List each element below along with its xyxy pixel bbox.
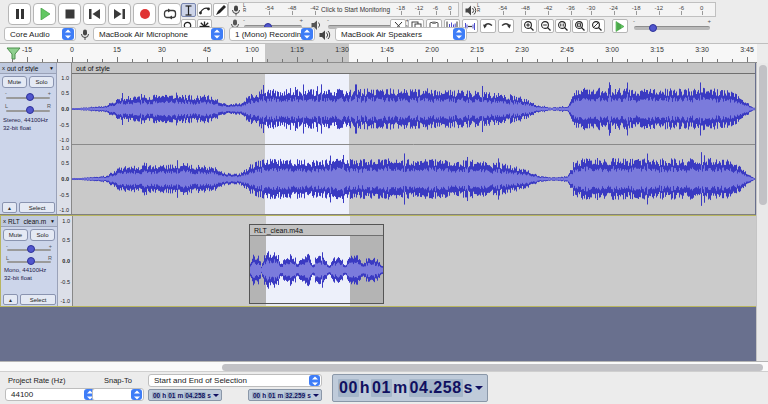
project-rate-dropdown[interactable]: 44100 [5,388,97,401]
recording-meter[interactable]: LR -54-48-42-18-12-60Click to Start Moni… [228,2,459,17]
track-2-solo-button[interactable]: Solo [30,229,55,241]
selection-start-field[interactable]: 00h 01m 04.258s [148,389,222,401]
audio-clip[interactable]: RLT_clean.m4a [249,224,384,304]
envelope-tool-button[interactable] [197,3,212,17]
zoom-out-button[interactable] [538,19,554,33]
ruler-label: -0.5 [60,122,69,128]
ruler-label: -1.0 [60,137,69,143]
stop-button[interactable] [58,3,81,25]
undo-button[interactable] [480,19,496,33]
zoom-selection-button[interactable] [555,19,571,33]
pan-thumb[interactable] [27,257,35,265]
track-1-wave-area[interactable]: out of style [72,63,755,214]
track-1-title-bar[interactable]: x out of style ▼ [0,63,56,74]
track-2-waveform[interactable] [73,216,756,306]
recording-channels-value: 1 (Mono) Recording... [230,30,301,39]
track-1-pan-slider[interactable]: LR [4,103,52,115]
zoom-in-button[interactable] [521,19,537,33]
track-1-mute-button[interactable]: Mute [2,76,27,88]
horizontal-scrollbar-thumb[interactable] [222,364,763,371]
playback-meter-scale: -54-48-42-36-30-24-18-12-60 [487,3,713,16]
field-caret-icon [213,394,219,397]
playback-meter[interactable]: LR -54-48-42-36-30-24-18-12-60 [462,2,716,17]
track-menu-icon[interactable]: ▼ [49,65,54,71]
skip-to-end-button[interactable] [108,3,131,25]
recording-device-dropdown[interactable]: MacBook Air Microphone [93,27,225,41]
track-2-wave-area[interactable]: RLT_clean.m4a [73,216,756,306]
selection-end-field[interactable]: 00h 01m 32.259s [248,389,322,401]
track-2-vertical-ruler[interactable]: 1.00.50.0-0.5-1.0 [58,216,73,306]
zoom-out-icon [540,20,552,32]
slider-min-mark: - [327,17,329,23]
timeline-label: 3:00 [605,46,619,53]
pause-button[interactable] [8,3,31,25]
snap-to-dropdown[interactable] [92,388,144,401]
play-speed-thumb[interactable] [649,24,657,32]
close-icon[interactable]: x [3,218,6,224]
ruler-label: -0.5 [60,192,69,198]
monitoring-hint-text[interactable]: Click to Start Monitoring [321,6,390,13]
track-2-header[interactable]: x RLT_clean.m ▼ Mute Solo -+ LR Mono [1,216,58,306]
track-1-select-button[interactable]: Select [19,202,55,213]
track-1-header[interactable]: x out of style ▼ Mute Solo -+ LR Ste [0,63,57,214]
timeline-label: 1:00 [245,46,259,53]
horizontal-scrollbar[interactable] [0,361,768,372]
pause-icon [14,8,26,20]
track-1-waveform[interactable] [72,74,755,214]
audio-host-dropdown[interactable]: Core Audio [4,27,76,41]
zoom-toggle-button[interactable] [589,19,605,33]
timeline-label: -15 [22,46,32,53]
slider-max-mark: + [707,18,711,24]
loop-button[interactable] [158,3,181,25]
zoom-selection-icon [557,20,569,32]
track-1-clip-title[interactable]: out of style [72,63,755,74]
playback-device-dropdown[interactable]: MacBook Air Speakers [335,27,467,41]
track-2-pan-slider[interactable]: LR [5,255,53,266]
pan-thumb[interactable] [26,106,34,114]
track-2-title-bar[interactable]: x RLT_clean.m ▼ [1,216,57,227]
gain-thumb[interactable] [27,245,35,253]
timeline-ruler[interactable]: -1501530451:001:151:301:452:002:152:302:… [0,44,757,63]
close-icon[interactable]: x [2,65,5,71]
track-2-mute-button[interactable]: Mute [3,229,28,241]
slider-min-mark: - [633,18,635,24]
timeline-options-icon[interactable] [6,47,21,60]
input-device-icon [80,29,90,41]
redo-button[interactable] [498,19,514,33]
track-1-gain-slider[interactable]: -+ [4,90,52,102]
gain-thumb[interactable] [26,93,34,101]
vertical-scrollbar-thumb[interactable] [759,65,767,205]
field-caret-icon [313,394,319,397]
track-2-select-button[interactable]: Select [20,294,56,305]
track-1-solo-button[interactable]: Solo [29,76,54,88]
vertical-scrollbar[interactable] [756,63,768,361]
track-2-gain-slider[interactable]: -+ [5,243,53,254]
play-speed-slider[interactable]: - + [634,26,710,30]
timeline-label: 2:45 [560,46,574,53]
timeline-label: 3:30 [695,46,709,53]
pencil-icon [215,5,226,16]
collapse-button[interactable]: ▲ [2,202,17,213]
collapse-button[interactable]: ▲ [3,294,18,305]
zoom-fit-button[interactable] [572,19,588,33]
skip-to-start-button[interactable] [83,3,106,25]
play-button[interactable] [33,3,56,25]
record-button[interactable] [133,3,156,25]
recording-channels-dropdown[interactable]: 1 (Mono) Recording... [229,27,315,41]
timeline-label: 15 [113,46,121,53]
play-at-speed-button[interactable] [612,19,628,33]
track-1-vertical-ruler[interactable]: 1.00.50.0-0.5-1.01.00.50.0-0.5-1.0 [57,63,72,214]
ruler-label: 0.0 [62,258,70,264]
selection-tool-button[interactable] [181,3,196,17]
skip-to-end-icon [113,8,126,20]
recording-device-value: MacBook Air Microphone [94,30,211,39]
ruler-label: 0.5 [61,90,69,96]
timeline-label: 2:00 [425,46,439,53]
audio-position-display[interactable]: 00h 01m 04.258s [332,374,488,402]
draw-tool-button[interactable] [213,3,228,17]
clip-title[interactable]: RLT_clean.m4a [250,225,383,236]
track-menu-icon[interactable]: ▼ [50,218,55,224]
loop-icon [163,8,177,20]
track-1-info: Stereo, 44100Hz32-bit float [0,115,56,132]
selection-mode-dropdown[interactable]: Start and End of Selection [148,374,322,387]
